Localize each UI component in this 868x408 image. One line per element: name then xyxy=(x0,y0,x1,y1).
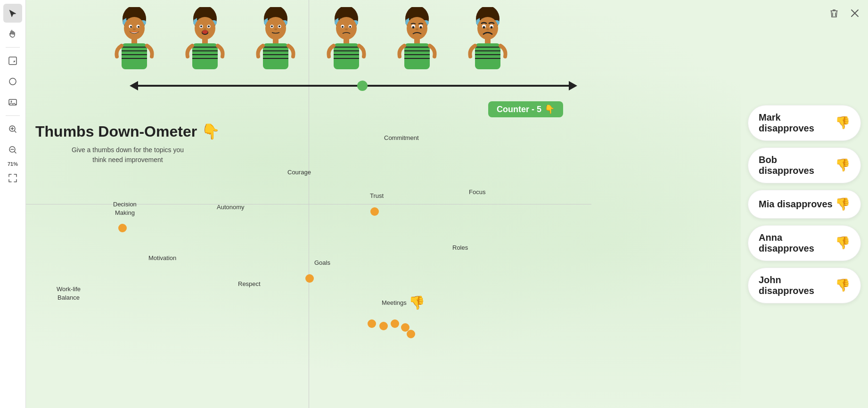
dot-goals xyxy=(305,274,314,283)
topic-motivation: Motivation xyxy=(148,254,176,261)
character-3 xyxy=(252,5,299,75)
svg-point-52 xyxy=(274,28,277,30)
hand-tool[interactable] xyxy=(3,24,22,43)
mark-disapproves-icon: 👎 xyxy=(835,115,850,130)
topic-autonomy: Autonomy xyxy=(217,204,245,211)
svg-point-51 xyxy=(278,25,280,27)
john-disapproves-label: John disapproves xyxy=(759,275,835,296)
fullscreen-button[interactable] xyxy=(3,169,22,188)
bob-disapproves-label: Bob disapproves xyxy=(759,155,835,176)
svg-point-14 xyxy=(130,26,132,28)
anna-disapproves-label: Anna disapproves xyxy=(759,232,835,254)
close-button[interactable] xyxy=(846,5,863,22)
mia-disapproves-label: Mia disapproves xyxy=(759,199,833,210)
dot-decision-making xyxy=(118,224,127,232)
character-1 xyxy=(111,5,158,75)
circle-tool[interactable] xyxy=(3,72,22,91)
topic-meetings: Meetings xyxy=(382,299,407,306)
subtitle-line1: Give a thumbs down for the topics you xyxy=(72,146,184,154)
left-toolbar: 71% xyxy=(0,0,26,408)
sticky-note-tool[interactable] xyxy=(3,51,22,70)
zoom-in-button[interactable] xyxy=(3,120,22,139)
character-2 xyxy=(181,5,229,75)
svg-point-31 xyxy=(200,25,202,27)
svg-point-67 xyxy=(342,26,344,28)
john-disapproves-card[interactable]: John disapproves 👎 xyxy=(748,268,861,303)
dot-meetings-5 xyxy=(407,330,415,338)
main-canvas: Counter - 5 👇 Thumbs Down-Ometer 👇 Give … xyxy=(26,0,591,408)
anna-disapproves-icon: 👎 xyxy=(835,236,850,250)
topic-decision-making: DecisionMaking xyxy=(113,200,137,217)
anna-disapproves-card[interactable]: Anna disapproves 👎 xyxy=(748,225,861,261)
divider2 xyxy=(6,115,20,116)
john-disapproves-icon: 👎 xyxy=(835,278,850,293)
mia-disapproves-icon: 👎 xyxy=(835,197,850,212)
image-tool[interactable] xyxy=(3,93,22,112)
arrow-scale xyxy=(130,85,577,87)
svg-point-16 xyxy=(133,28,136,30)
svg-point-84 xyxy=(412,26,415,29)
character-5 xyxy=(393,5,441,75)
svg-point-85 xyxy=(420,26,422,29)
dot-meetings-3 xyxy=(391,319,399,328)
topic-courage: Courage xyxy=(287,169,311,176)
arrow-indicator xyxy=(357,81,368,91)
svg-point-68 xyxy=(349,26,351,28)
top-right-controls xyxy=(826,5,863,22)
svg-point-1 xyxy=(9,78,16,85)
counter-badge: Counter - 5 👇 xyxy=(488,101,563,117)
zoom-out-button[interactable] xyxy=(3,140,22,159)
svg-point-35 xyxy=(204,28,206,30)
bob-disapproves-card[interactable]: Bob disapproves 👎 xyxy=(748,147,861,183)
meetings-thumbsdown: 👎 xyxy=(409,295,425,310)
main-title: Thumbs Down-Ometer 👇 xyxy=(35,122,220,140)
mark-disapproves-label: Mark disapproves xyxy=(759,112,835,134)
topic-roles: Roles xyxy=(452,244,468,251)
svg-point-103 xyxy=(486,28,489,30)
svg-point-86 xyxy=(416,28,418,30)
svg-point-3 xyxy=(11,101,12,102)
topic-respect: Respect xyxy=(238,280,261,287)
character-4 xyxy=(323,5,370,75)
cursor-tool[interactable] xyxy=(3,4,22,23)
svg-point-50 xyxy=(271,25,273,27)
svg-point-102 xyxy=(491,26,493,29)
counter-emoji: 👇 xyxy=(544,104,555,114)
mark-disapproves-card[interactable]: Mark disapproves 👎 xyxy=(748,105,861,141)
dot-trust xyxy=(370,207,379,216)
svg-point-32 xyxy=(208,25,210,27)
svg-point-34 xyxy=(202,30,208,34)
bob-disapproves-icon: 👎 xyxy=(835,158,850,172)
topic-focus: Focus xyxy=(469,188,485,196)
title-section: Thumbs Down-Ometer 👇 Give a thumbs down … xyxy=(35,122,220,165)
svg-point-69 xyxy=(345,28,348,30)
topic-worklife: Work-lifeBalance xyxy=(57,285,81,302)
mia-disapproves-card[interactable]: Mia disapproves 👎 xyxy=(748,190,861,219)
counter-text: Counter - 5 xyxy=(497,105,541,114)
svg-point-101 xyxy=(483,26,485,29)
svg-point-15 xyxy=(138,26,139,28)
topic-trust: Trust xyxy=(370,192,384,199)
divider1 xyxy=(6,47,20,48)
character-6 xyxy=(464,5,511,75)
zoom-level: 71% xyxy=(8,161,18,167)
topic-commitment: Commitment xyxy=(384,134,419,141)
subtitle: Give a thumbs down for the topics you th… xyxy=(35,145,220,165)
characters-row xyxy=(111,5,511,75)
right-panel: Mark disapproves 👎 Bob disapproves 👎 Mia… xyxy=(741,0,868,408)
delete-button[interactable] xyxy=(826,5,843,22)
subtitle-line2: think need improvement xyxy=(92,156,163,163)
dot-meetings-1 xyxy=(368,319,376,328)
dot-meetings-2 xyxy=(379,322,388,330)
topic-goals: Goals xyxy=(314,259,330,266)
